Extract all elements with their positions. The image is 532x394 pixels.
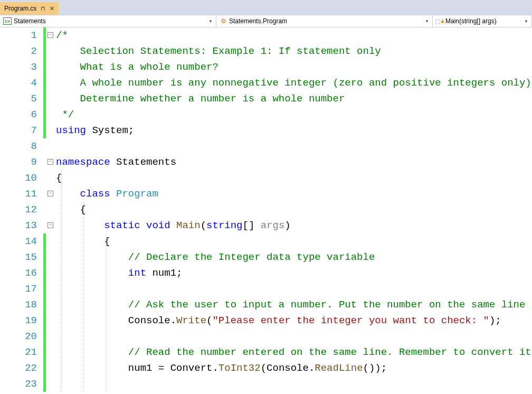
method-icon: ⬚🔒 [436, 18, 443, 24]
code-line[interactable]: Determine whether a number is a whole nu… [56, 91, 532, 107]
fold-toggle[interactable]: − [48, 32, 53, 38]
change-marker [43, 344, 46, 360]
class-icon: ⚙ [220, 18, 227, 24]
line-number: 18 [0, 297, 37, 313]
fold-toggle[interactable]: − [48, 159, 53, 165]
code-line[interactable]: Selection Statements: Example 1: If stat… [56, 43, 532, 59]
code-line[interactable]: Console.Write("Please enter the integer … [56, 313, 532, 329]
change-marker [43, 43, 46, 59]
code-line[interactable]: What is a whole number? [56, 59, 532, 75]
change-marker [43, 123, 46, 138]
code-line[interactable] [56, 281, 532, 297]
line-number: 20 [0, 329, 37, 344]
code-line[interactable]: { [56, 233, 532, 249]
code-line[interactable]: static void Main(string[] args) [56, 218, 532, 233]
change-marker [43, 75, 46, 91]
code-line[interactable]: // Declare the Integer data type variabl… [56, 249, 532, 265]
scope-dropdown[interactable]: C# Statements ▼ [0, 15, 216, 27]
code-line[interactable]: // Read the number entered on the same l… [56, 344, 532, 360]
line-number: 23 [0, 376, 37, 392]
fold-column: −−−− [46, 27, 56, 394]
change-marker [43, 233, 46, 249]
line-number: 22 [0, 360, 37, 376]
change-marker [43, 313, 46, 329]
change-marker [43, 281, 46, 297]
code-area[interactable]: /* Selection Statements: Example 1: If s… [56, 27, 532, 394]
line-number: 15 [0, 249, 37, 265]
code-line[interactable]: class Program [56, 186, 532, 202]
scope-label: Statements [14, 17, 46, 25]
line-number: 4 [0, 75, 37, 91]
line-number: 12 [0, 202, 37, 218]
line-number: 17 [0, 281, 37, 297]
line-number: 3 [0, 59, 37, 75]
code-line[interactable] [56, 376, 532, 392]
change-marker [43, 107, 46, 123]
line-number: 14 [0, 233, 37, 249]
code-line[interactable]: { [56, 170, 532, 186]
change-marker [43, 329, 46, 344]
code-line[interactable]: A whole number is any nonnegative intege… [56, 75, 532, 91]
chevron-down-icon: ▼ [524, 19, 528, 24]
line-number: 13 [0, 218, 37, 233]
line-number: 21 [0, 344, 37, 360]
change-marker [43, 376, 46, 392]
csharp-icon: C# [3, 17, 12, 25]
change-marker [43, 59, 46, 75]
code-line[interactable]: // Ask the user to input a number. Put t… [56, 297, 532, 313]
tab-bar: Program.cs ⊓ ✕ [0, 0, 532, 15]
change-marker [43, 249, 46, 265]
line-number-gutter: 1234567891011121314151617181920212223 [0, 27, 43, 394]
change-marker [43, 265, 46, 281]
line-number: 19 [0, 313, 37, 329]
code-line[interactable]: num1 = Convert.ToInt32(Console.ReadLine(… [56, 360, 532, 376]
tab-filename: Program.cs [4, 5, 36, 12]
code-line[interactable] [56, 329, 532, 344]
code-line[interactable]: namespace Statements [56, 154, 532, 170]
change-marker [43, 297, 46, 313]
code-line[interactable] [56, 138, 532, 154]
fold-toggle[interactable]: − [48, 222, 53, 228]
line-number: 2 [0, 43, 37, 59]
method-label: Main(string[] args) [445, 17, 497, 25]
navigation-bar: C# Statements ▼ ⚙ Statements.Program ▼ ⬚… [0, 15, 532, 27]
code-editor[interactable]: 1234567891011121314151617181920212223 −−… [0, 27, 532, 394]
code-line[interactable]: */ [56, 107, 532, 123]
line-number: 9 [0, 154, 37, 170]
line-number: 16 [0, 265, 37, 281]
code-line[interactable]: { [56, 202, 532, 218]
line-number: 10 [0, 170, 37, 186]
line-number: 1 [0, 27, 37, 43]
fold-toggle[interactable]: − [48, 191, 53, 196]
change-marker [43, 27, 46, 43]
change-marker [43, 360, 46, 376]
code-line[interactable]: using System; [56, 123, 532, 138]
line-number: 8 [0, 138, 37, 154]
line-number: 5 [0, 91, 37, 107]
pin-icon[interactable]: ⊓ [41, 5, 45, 12]
line-number: 11 [0, 186, 37, 202]
change-marker [43, 91, 46, 107]
chevron-down-icon: ▼ [208, 19, 213, 24]
close-icon[interactable]: ✕ [50, 5, 54, 12]
code-line[interactable]: int num1; [56, 265, 532, 281]
code-line[interactable]: /* [56, 27, 532, 43]
class-dropdown[interactable]: ⚙ Statements.Program ▼ [216, 15, 433, 27]
line-number: 6 [0, 107, 37, 123]
method-dropdown[interactable]: ⬚🔒 Main(string[] args) ▼ [433, 15, 532, 27]
file-tab[interactable]: Program.cs ⊓ ✕ [0, 2, 59, 15]
line-number: 7 [0, 123, 37, 138]
class-label: Statements.Program [229, 17, 287, 25]
chevron-down-icon: ▼ [425, 19, 429, 24]
